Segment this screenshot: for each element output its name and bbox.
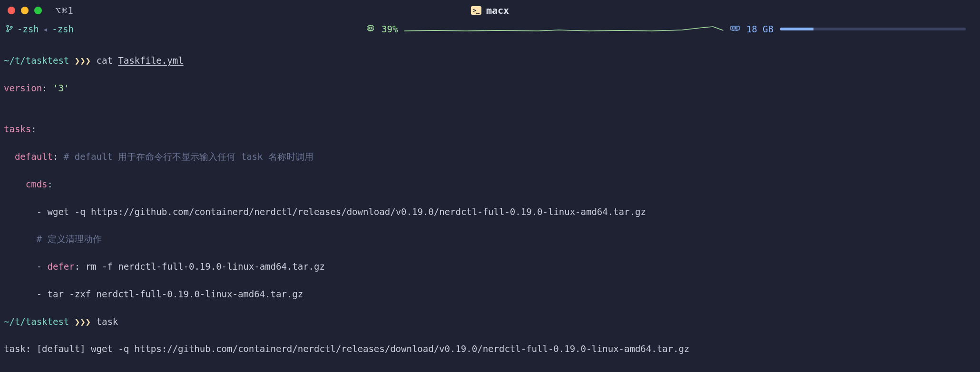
tab-separator: ◂ [43, 24, 48, 34]
system-stats: 39% 18 GB [366, 24, 966, 34]
cpu-sparkline [404, 25, 723, 33]
task-output: task: [default] tar -zxf nerdctl-full-0.… [4, 370, 976, 372]
svg-rect-5 [731, 26, 739, 30]
minimize-button[interactable] [21, 7, 29, 14]
yaml-line: cmds: [4, 177, 976, 191]
svg-point-0 [7, 25, 9, 27]
status-bar: -zsh ◂ -zsh 39% 18 GB [0, 21, 980, 37]
svg-rect-3 [368, 26, 373, 30]
tab-left[interactable]: -zsh [17, 24, 39, 34]
branch-icon [6, 24, 13, 34]
prompt-line-2: ~/t/tasktest ❯❯❯ task [4, 315, 976, 329]
command-arg: Taskfile.yml [118, 55, 183, 66]
tab-list: -zsh ◂ -zsh [6, 24, 74, 34]
task-output: task: [default] wget -q https://github.c… [4, 342, 976, 356]
traffic-lights [8, 7, 42, 14]
memory-bar [780, 28, 966, 30]
svg-rect-4 [370, 27, 372, 29]
window-shortcut: ⌥⌘1 [55, 5, 74, 16]
memory-bar-fill [780, 28, 813, 30]
terminal-icon: >_ [471, 6, 481, 15]
prompt-chevrons: ❯❯❯ [75, 55, 91, 66]
svg-point-2 [10, 26, 12, 28]
prompt-path: ~/t/tasktest [4, 55, 69, 66]
yaml-line: - tar -zxf nerdctl-full-0.19.0-linux-amd… [4, 287, 976, 301]
memory-value: 18 GB [746, 24, 774, 34]
yaml-line: tasks: [4, 122, 976, 136]
cpu-percent: 39% [382, 24, 398, 34]
yaml-line: # 定义清理动作 [4, 232, 976, 246]
memory-icon [730, 24, 740, 34]
command: task [97, 316, 118, 327]
svg-point-1 [7, 30, 9, 32]
terminal[interactable]: ~/t/tasktest ❯❯❯ cat Taskfile.yml versio… [0, 37, 980, 372]
command: cat [97, 55, 113, 66]
window-title-text: macx [486, 5, 509, 16]
yaml-line: default: # default 用于在命令行不显示输入任何 task 名称… [4, 150, 976, 164]
tab-right[interactable]: -zsh [52, 24, 74, 34]
window-title: >_ macx [471, 5, 509, 16]
yaml-line: - wget -q https://github.com/containerd/… [4, 205, 976, 219]
cpu-icon [366, 24, 375, 34]
titlebar: ⌥⌘1 >_ macx [0, 0, 980, 21]
yaml-line: version: '3' [4, 81, 976, 95]
prompt-line-1: ~/t/tasktest ❯❯❯ cat Taskfile.yml [4, 54, 976, 68]
maximize-button[interactable] [34, 7, 42, 14]
yaml-line: - defer: rm -f nerdctl-full-0.19.0-linux… [4, 260, 976, 274]
close-button[interactable] [8, 7, 15, 14]
